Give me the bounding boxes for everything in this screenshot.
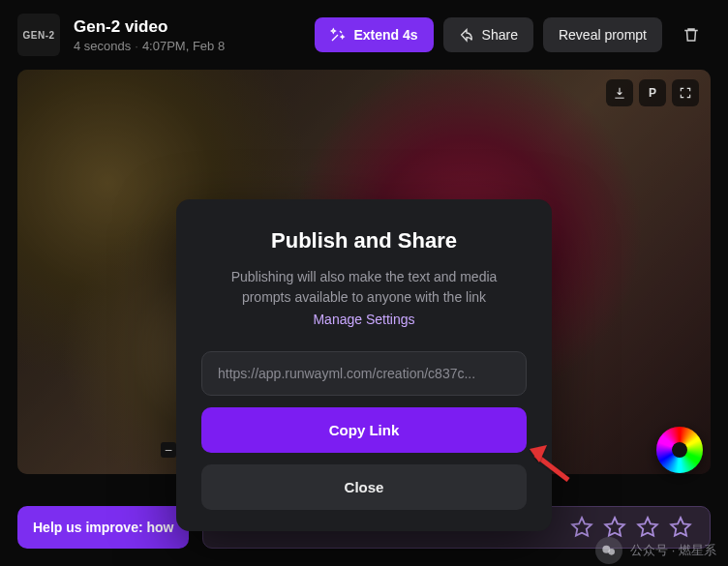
video-title: Gen-2 video: [74, 17, 301, 37]
prompt-button[interactable]: P: [639, 79, 666, 106]
header-actions: Extend 4s Share Reveal prompt: [315, 15, 711, 54]
star-4[interactable]: [669, 516, 692, 539]
manage-settings-link[interactable]: Manage Settings: [313, 310, 414, 330]
share-button[interactable]: Share: [443, 17, 533, 52]
download-button[interactable]: [606, 79, 633, 106]
publish-share-modal: – Publish and Share Publishing will also…: [176, 199, 552, 531]
preview-controls: P: [606, 79, 699, 106]
modal-desc-1: Publishing will also make the text and m…: [231, 269, 498, 284]
trash-icon: [682, 26, 700, 44]
share-label: Share: [482, 27, 518, 43]
video-subtitle: 4 seconds·4:07PM, Feb 8: [74, 39, 301, 53]
reveal-prompt-label: Reveal prompt: [559, 27, 647, 43]
star-2[interactable]: [603, 516, 626, 539]
fullscreen-button[interactable]: [672, 79, 699, 106]
title-block: Gen-2 video 4 seconds·4:07PM, Feb 8: [74, 17, 301, 53]
color-wheel-button[interactable]: [656, 427, 703, 473]
star-1[interactable]: [570, 516, 593, 539]
app-header: GEN-2 Gen-2 video 4 seconds·4:07PM, Feb …: [0, 0, 728, 70]
share-url-input[interactable]: [201, 351, 527, 396]
model-logo: GEN-2: [17, 14, 60, 56]
close-button[interactable]: Close: [201, 464, 527, 510]
share-icon: [459, 27, 474, 43]
modal-title: Publish and Share: [201, 228, 527, 253]
feedback-button[interactable]: Help us improve: how: [17, 506, 189, 549]
extend-label: Extend 4s: [353, 27, 417, 43]
modal-desc-2: prompts available to anyone with the lin…: [242, 289, 486, 305]
extend-button[interactable]: Extend 4s: [315, 17, 433, 52]
reveal-prompt-button[interactable]: Reveal prompt: [543, 17, 662, 52]
video-timestamp: 4:07PM, Feb 8: [142, 39, 225, 53]
download-icon: [613, 86, 626, 100]
separator-dot: ·: [135, 39, 138, 53]
svg-point-1: [608, 549, 615, 555]
page-indicator: –: [161, 442, 176, 458]
star-3[interactable]: [636, 516, 659, 539]
copy-link-button[interactable]: Copy Link: [201, 407, 527, 453]
p-icon: P: [649, 86, 656, 100]
video-duration: 4 seconds: [74, 39, 131, 53]
wand-icon: [330, 27, 346, 43]
expand-icon: [679, 86, 692, 100]
delete-button[interactable]: [672, 15, 711, 54]
